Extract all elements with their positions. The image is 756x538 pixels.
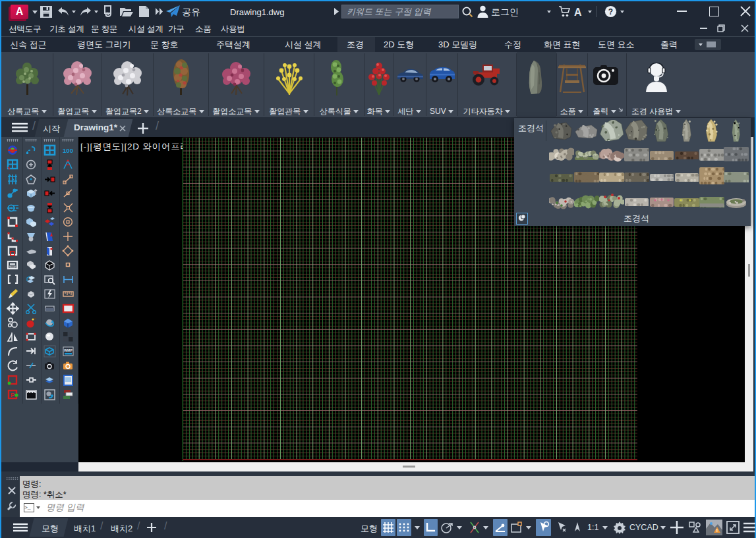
- svg-text:100: 100: [63, 147, 73, 154]
- svg-text:?: ?: [608, 7, 613, 16]
- svg-text:WMF: WMF: [63, 348, 73, 352]
- svg-text:!: !: [716, 528, 718, 533]
- svg-text:P: P: [10, 392, 14, 398]
